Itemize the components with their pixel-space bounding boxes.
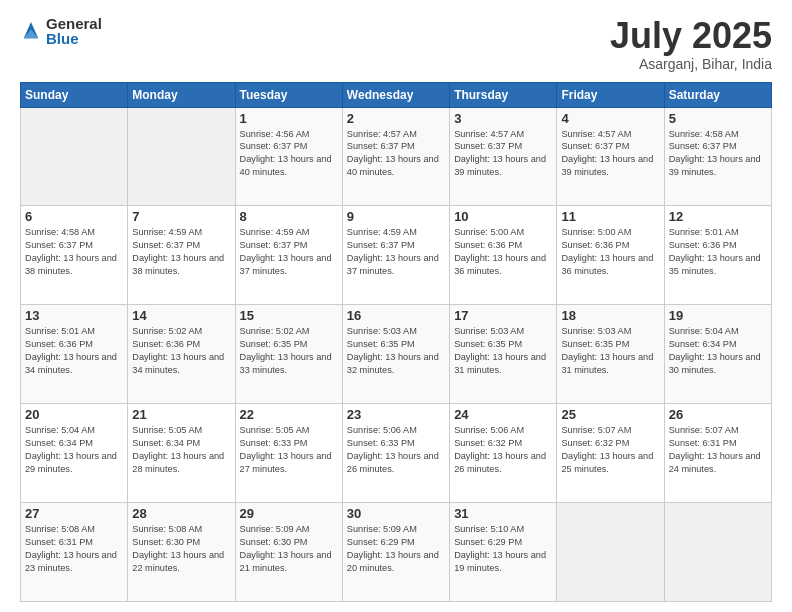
logo-text: General Blue [46, 16, 102, 46]
day-number: 9 [347, 209, 445, 224]
day-info: Sunrise: 5:08 AM Sunset: 6:30 PM Dayligh… [132, 523, 230, 575]
table-row: 9Sunrise: 4:59 AM Sunset: 6:37 PM Daylig… [342, 206, 449, 305]
day-info: Sunrise: 5:01 AM Sunset: 6:36 PM Dayligh… [25, 325, 123, 377]
day-number: 29 [240, 506, 338, 521]
day-number: 25 [561, 407, 659, 422]
table-row [557, 503, 664, 602]
day-number: 15 [240, 308, 338, 323]
day-number: 10 [454, 209, 552, 224]
day-number: 18 [561, 308, 659, 323]
day-number: 22 [240, 407, 338, 422]
day-info: Sunrise: 5:09 AM Sunset: 6:30 PM Dayligh… [240, 523, 338, 575]
table-row: 18Sunrise: 5:03 AM Sunset: 6:35 PM Dayli… [557, 305, 664, 404]
day-info: Sunrise: 4:58 AM Sunset: 6:37 PM Dayligh… [25, 226, 123, 278]
day-info: Sunrise: 5:09 AM Sunset: 6:29 PM Dayligh… [347, 523, 445, 575]
day-info: Sunrise: 5:00 AM Sunset: 6:36 PM Dayligh… [561, 226, 659, 278]
day-info: Sunrise: 5:04 AM Sunset: 6:34 PM Dayligh… [25, 424, 123, 476]
day-number: 6 [25, 209, 123, 224]
day-number: 19 [669, 308, 767, 323]
logo-blue: Blue [46, 31, 102, 46]
day-number: 12 [669, 209, 767, 224]
title-block: July 2025 Asarganj, Bihar, India [610, 16, 772, 72]
day-number: 2 [347, 111, 445, 126]
day-number: 11 [561, 209, 659, 224]
day-info: Sunrise: 5:05 AM Sunset: 6:33 PM Dayligh… [240, 424, 338, 476]
table-row: 24Sunrise: 5:06 AM Sunset: 6:32 PM Dayli… [450, 404, 557, 503]
day-info: Sunrise: 5:08 AM Sunset: 6:31 PM Dayligh… [25, 523, 123, 575]
header-monday: Monday [128, 82, 235, 107]
table-row: 8Sunrise: 4:59 AM Sunset: 6:37 PM Daylig… [235, 206, 342, 305]
day-number: 16 [347, 308, 445, 323]
day-number: 1 [240, 111, 338, 126]
table-row: 20Sunrise: 5:04 AM Sunset: 6:34 PM Dayli… [21, 404, 128, 503]
day-number: 23 [347, 407, 445, 422]
day-number: 13 [25, 308, 123, 323]
table-row: 19Sunrise: 5:04 AM Sunset: 6:34 PM Dayli… [664, 305, 771, 404]
table-row: 17Sunrise: 5:03 AM Sunset: 6:35 PM Dayli… [450, 305, 557, 404]
table-row [128, 107, 235, 206]
day-number: 4 [561, 111, 659, 126]
day-info: Sunrise: 5:03 AM Sunset: 6:35 PM Dayligh… [347, 325, 445, 377]
day-info: Sunrise: 5:05 AM Sunset: 6:34 PM Dayligh… [132, 424, 230, 476]
day-number: 20 [25, 407, 123, 422]
month-title: July 2025 [610, 16, 772, 56]
day-info: Sunrise: 4:57 AM Sunset: 6:37 PM Dayligh… [561, 128, 659, 180]
day-info: Sunrise: 5:06 AM Sunset: 6:32 PM Dayligh… [454, 424, 552, 476]
day-number: 27 [25, 506, 123, 521]
page: General Blue July 2025 Asarganj, Bihar, … [0, 0, 792, 612]
day-info: Sunrise: 4:59 AM Sunset: 6:37 PM Dayligh… [240, 226, 338, 278]
day-info: Sunrise: 5:00 AM Sunset: 6:36 PM Dayligh… [454, 226, 552, 278]
day-info: Sunrise: 5:04 AM Sunset: 6:34 PM Dayligh… [669, 325, 767, 377]
header-tuesday: Tuesday [235, 82, 342, 107]
day-info: Sunrise: 4:58 AM Sunset: 6:37 PM Dayligh… [669, 128, 767, 180]
day-info: Sunrise: 5:06 AM Sunset: 6:33 PM Dayligh… [347, 424, 445, 476]
header: General Blue July 2025 Asarganj, Bihar, … [20, 16, 772, 72]
logo-icon [22, 20, 40, 42]
day-number: 26 [669, 407, 767, 422]
day-info: Sunrise: 5:07 AM Sunset: 6:32 PM Dayligh… [561, 424, 659, 476]
table-row: 12Sunrise: 5:01 AM Sunset: 6:36 PM Dayli… [664, 206, 771, 305]
day-number: 30 [347, 506, 445, 521]
table-row [664, 503, 771, 602]
header-thursday: Thursday [450, 82, 557, 107]
day-info: Sunrise: 4:59 AM Sunset: 6:37 PM Dayligh… [132, 226, 230, 278]
table-row: 22Sunrise: 5:05 AM Sunset: 6:33 PM Dayli… [235, 404, 342, 503]
table-row: 29Sunrise: 5:09 AM Sunset: 6:30 PM Dayli… [235, 503, 342, 602]
table-row: 15Sunrise: 5:02 AM Sunset: 6:35 PM Dayli… [235, 305, 342, 404]
logo: General Blue [20, 16, 102, 46]
table-row: 2Sunrise: 4:57 AM Sunset: 6:37 PM Daylig… [342, 107, 449, 206]
table-row: 6Sunrise: 4:58 AM Sunset: 6:37 PM Daylig… [21, 206, 128, 305]
table-row: 23Sunrise: 5:06 AM Sunset: 6:33 PM Dayli… [342, 404, 449, 503]
calendar-table: Sunday Monday Tuesday Wednesday Thursday… [20, 82, 772, 602]
header-sunday: Sunday [21, 82, 128, 107]
header-saturday: Saturday [664, 82, 771, 107]
location: Asarganj, Bihar, India [610, 56, 772, 72]
day-number: 28 [132, 506, 230, 521]
table-row: 16Sunrise: 5:03 AM Sunset: 6:35 PM Dayli… [342, 305, 449, 404]
day-number: 31 [454, 506, 552, 521]
table-row: 11Sunrise: 5:00 AM Sunset: 6:36 PM Dayli… [557, 206, 664, 305]
table-row: 14Sunrise: 5:02 AM Sunset: 6:36 PM Dayli… [128, 305, 235, 404]
day-number: 21 [132, 407, 230, 422]
day-info: Sunrise: 5:10 AM Sunset: 6:29 PM Dayligh… [454, 523, 552, 575]
table-row [21, 107, 128, 206]
table-row: 7Sunrise: 4:59 AM Sunset: 6:37 PM Daylig… [128, 206, 235, 305]
table-row: 27Sunrise: 5:08 AM Sunset: 6:31 PM Dayli… [21, 503, 128, 602]
day-info: Sunrise: 4:57 AM Sunset: 6:37 PM Dayligh… [347, 128, 445, 180]
table-row: 5Sunrise: 4:58 AM Sunset: 6:37 PM Daylig… [664, 107, 771, 206]
day-number: 8 [240, 209, 338, 224]
table-row: 3Sunrise: 4:57 AM Sunset: 6:37 PM Daylig… [450, 107, 557, 206]
day-info: Sunrise: 5:02 AM Sunset: 6:35 PM Dayligh… [240, 325, 338, 377]
day-number: 5 [669, 111, 767, 126]
day-number: 17 [454, 308, 552, 323]
day-info: Sunrise: 4:59 AM Sunset: 6:37 PM Dayligh… [347, 226, 445, 278]
calendar-header-row: Sunday Monday Tuesday Wednesday Thursday… [21, 82, 772, 107]
day-number: 7 [132, 209, 230, 224]
day-number: 3 [454, 111, 552, 126]
table-row: 30Sunrise: 5:09 AM Sunset: 6:29 PM Dayli… [342, 503, 449, 602]
table-row: 26Sunrise: 5:07 AM Sunset: 6:31 PM Dayli… [664, 404, 771, 503]
day-info: Sunrise: 5:02 AM Sunset: 6:36 PM Dayligh… [132, 325, 230, 377]
day-info: Sunrise: 4:57 AM Sunset: 6:37 PM Dayligh… [454, 128, 552, 180]
header-wednesday: Wednesday [342, 82, 449, 107]
table-row: 31Sunrise: 5:10 AM Sunset: 6:29 PM Dayli… [450, 503, 557, 602]
